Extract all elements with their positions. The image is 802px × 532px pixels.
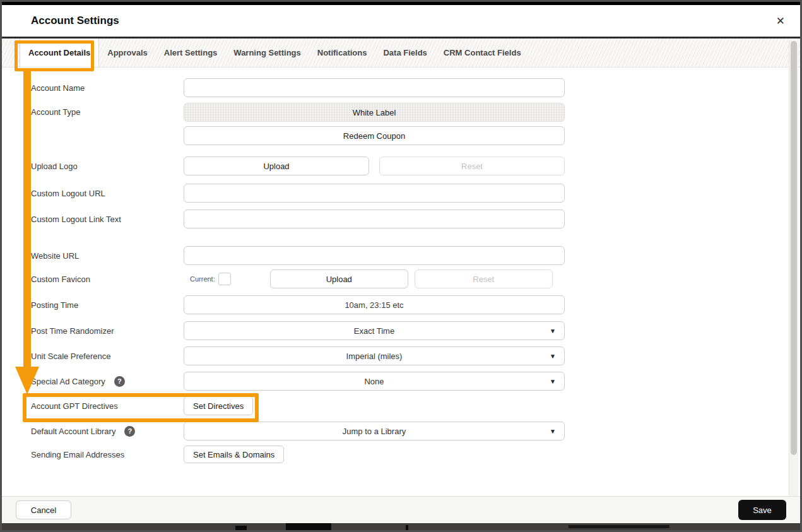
account-settings-modal: Account Settings ✕ Account Details Appro… [0,0,802,532]
set-directives-button[interactable]: Set Directives [184,396,253,415]
unit-scale-preference-select[interactable]: Imperial (miles) ▼ [184,346,565,365]
favicon-upload-button[interactable]: Upload [270,269,408,288]
account-name-input[interactable] [184,78,565,97]
favicon-current-label: Current: [190,275,215,283]
tab-account-details[interactable]: Account Details [20,38,99,67]
logo-reset-button[interactable]: Reset [379,157,565,175]
close-icon[interactable]: ✕ [774,15,787,28]
chevron-down-icon: ▼ [550,378,556,385]
account-name-row: Account Name [2,78,800,97]
tab-crm-contact-fields[interactable]: CRM Contact Fields [435,38,529,67]
unit-scale-preference-value: Imperial (miles) [346,352,403,361]
special-ad-category-value: None [364,377,384,386]
tab-notifications[interactable]: Notifications [309,38,375,67]
unit-scale-preference-label: Unit Scale Preference [31,352,184,361]
background-shape [235,526,247,530]
modal-footer: Cancel Save [2,496,800,523]
default-account-library-label: Default Account Library [31,427,115,436]
white-label-button[interactable]: White Label [184,103,565,122]
custom-favicon-row: Custom Favicon Current: Upload Reset [2,269,800,288]
custom-logout-url-label: Custom Logout URL [31,189,184,198]
posting-time-label: Posting Time [31,300,184,310]
post-time-randomizer-row: Post Time Randomizer Exact Time ▼ [2,321,800,340]
website-url-label: Website URL [31,251,184,261]
set-emails-domains-button[interactable]: Set Emails & Domains [184,446,284,463]
favicon-preview-box [218,273,231,285]
account-details-panel: Account Name Account Type White Label Re… [2,68,800,494]
upload-logo-label: Upload Logo [31,162,184,171]
custom-logout-link-text-label: Custom Logout Link Text [31,215,184,224]
special-ad-category-row: Special Ad Category ? None ▼ [2,372,800,391]
tab-data-fields[interactable]: Data Fields [375,38,435,67]
tab-warning-settings[interactable]: Warning Settings [225,38,309,67]
post-time-randomizer-label: Post Time Randomizer [31,326,184,336]
account-gpt-directives-row: Account GPT Directives Set Directives [2,396,800,415]
posting-time-input[interactable] [184,295,565,314]
post-time-randomizer-value: Exact Time [354,326,394,336]
redeem-coupon-button[interactable]: Redeem Coupon [184,126,565,145]
logo-upload-button[interactable]: Upload [184,157,369,175]
unit-scale-preference-row: Unit Scale Preference Imperial (miles) ▼ [2,346,800,365]
special-ad-category-label: Special Ad Category [31,377,105,386]
tab-approvals[interactable]: Approvals [99,38,156,67]
background-shape [406,525,408,530]
custom-logout-url-row: Custom Logout URL [2,184,800,203]
account-gpt-directives-label: Account GPT Directives [31,401,184,411]
tab-alert-settings[interactable]: Alert Settings [156,38,226,67]
default-account-library-select[interactable]: Jump to a Library ▼ [184,422,565,440]
custom-logout-link-text-input[interactable] [184,210,565,228]
favicon-reset-button[interactable]: Reset [415,269,553,288]
tab-bar: Account Details Approvals Alert Settings… [2,38,800,68]
background-app-strip [2,523,800,530]
scrollbar-thumb[interactable] [791,41,797,455]
save-button[interactable]: Save [738,500,786,520]
page-title: Account Settings [31,15,119,27]
custom-favicon-label: Custom Favicon [31,275,184,284]
upload-logo-row: Upload Logo Upload Reset [2,157,800,175]
modal-header: Account Settings ✕ [2,5,800,38]
account-type-row: Account Type White Label Redeem Coupon [2,103,800,145]
chevron-down-icon: ▼ [550,353,556,360]
default-account-library-row: Default Account Library ? Jump to a Libr… [2,422,800,440]
website-url-input[interactable] [184,246,565,265]
posting-time-row: Posting Time [2,295,800,314]
default-account-library-value: Jump to a Library [343,427,406,436]
chevron-down-icon: ▼ [550,328,556,334]
background-shape [569,525,669,528]
account-name-label: Account Name [31,83,184,93]
sending-email-addresses-label: Sending Email Addresses [31,450,184,459]
help-icon[interactable]: ? [114,376,125,387]
special-ad-category-select[interactable]: None ▼ [184,372,565,391]
help-icon[interactable]: ? [124,426,135,437]
sending-email-addresses-row: Sending Email Addresses Set Emails & Dom… [2,446,800,463]
account-type-label: Account Type [31,103,184,122]
website-url-row: Website URL [2,246,800,265]
scrollbar-track[interactable] [789,40,798,496]
custom-logout-url-input[interactable] [184,184,565,203]
post-time-randomizer-select[interactable]: Exact Time ▼ [184,321,565,340]
background-shape [286,523,331,530]
chevron-down-icon: ▼ [550,428,556,435]
cancel-button[interactable]: Cancel [16,500,71,519]
custom-logout-link-text-row: Custom Logout Link Text [2,210,800,228]
